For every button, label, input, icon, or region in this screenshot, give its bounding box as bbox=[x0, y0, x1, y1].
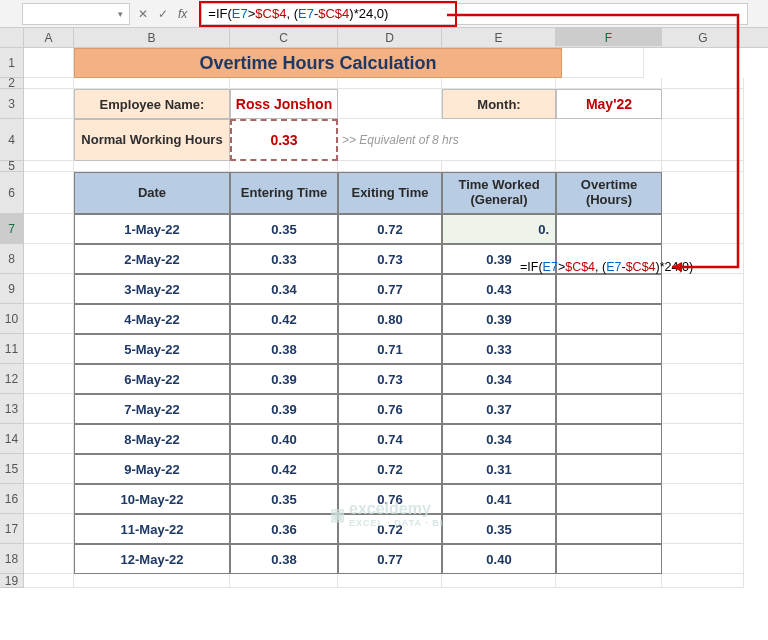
cell-exit[interactable]: 0.77 bbox=[338, 274, 442, 304]
cell-overtime[interactable] bbox=[556, 454, 662, 484]
row-header[interactable]: 2 bbox=[0, 78, 24, 89]
row-header[interactable]: 18 bbox=[0, 544, 24, 574]
cell-overtime[interactable] bbox=[556, 214, 662, 244]
row-header[interactable]: 6 bbox=[0, 172, 24, 214]
col-header-a[interactable]: A bbox=[24, 28, 74, 47]
cell[interactable] bbox=[24, 304, 74, 334]
cell[interactable] bbox=[24, 214, 74, 244]
cell-date[interactable]: 2-May-22 bbox=[74, 244, 230, 274]
formula-bar[interactable]: =IF(E7>$C$4, (E7-$C$4)*24,0) bbox=[201, 3, 748, 25]
row-header[interactable]: 17 bbox=[0, 514, 24, 544]
row-header[interactable]: 9 bbox=[0, 274, 24, 304]
cell-worked[interactable]: 0.33 bbox=[442, 334, 556, 364]
cell[interactable] bbox=[662, 274, 744, 304]
cell[interactable] bbox=[662, 394, 744, 424]
cell[interactable] bbox=[24, 364, 74, 394]
cell-date[interactable]: 12-May-22 bbox=[74, 544, 230, 574]
cell-exit[interactable]: 0.72 bbox=[338, 454, 442, 484]
cell[interactable] bbox=[24, 78, 74, 89]
cell[interactable] bbox=[24, 161, 74, 172]
cell-exit[interactable]: 0.76 bbox=[338, 394, 442, 424]
cell-date[interactable]: 11-May-22 bbox=[74, 514, 230, 544]
normal-hours-value[interactable]: 0.33 bbox=[230, 119, 338, 161]
cell-enter[interactable]: 0.42 bbox=[230, 454, 338, 484]
cell[interactable] bbox=[662, 304, 744, 334]
col-header-f[interactable]: F bbox=[556, 28, 662, 47]
cell[interactable] bbox=[24, 89, 74, 119]
cell-overtime[interactable] bbox=[556, 304, 662, 334]
row-header[interactable]: 13 bbox=[0, 394, 24, 424]
cell[interactable] bbox=[230, 78, 338, 89]
cell[interactable] bbox=[556, 78, 662, 89]
cell-exit[interactable]: 0.71 bbox=[338, 334, 442, 364]
cell[interactable] bbox=[24, 514, 74, 544]
page-title[interactable]: Overtime Hours Calculation bbox=[74, 48, 562, 78]
col-header-e[interactable]: E bbox=[442, 28, 556, 47]
cell[interactable] bbox=[662, 364, 744, 394]
cell-enter[interactable]: 0.38 bbox=[230, 334, 338, 364]
cell-enter[interactable]: 0.38 bbox=[230, 544, 338, 574]
cell[interactable] bbox=[338, 161, 442, 172]
row-header[interactable]: 15 bbox=[0, 454, 24, 484]
cell[interactable] bbox=[662, 78, 744, 89]
month-label[interactable]: Month: bbox=[442, 89, 556, 119]
cell-worked[interactable]: 0.31 bbox=[442, 454, 556, 484]
cell[interactable] bbox=[556, 574, 662, 588]
cell[interactable] bbox=[24, 424, 74, 454]
cell-exit[interactable]: 0.80 bbox=[338, 304, 442, 334]
cell[interactable] bbox=[662, 574, 744, 588]
cell-date[interactable]: 3-May-22 bbox=[74, 274, 230, 304]
row-header[interactable]: 5 bbox=[0, 161, 24, 172]
cell[interactable] bbox=[662, 161, 744, 172]
cell-date[interactable]: 7-May-22 bbox=[74, 394, 230, 424]
cell[interactable] bbox=[24, 334, 74, 364]
row-header[interactable]: 11 bbox=[0, 334, 24, 364]
cell-overtime[interactable] bbox=[556, 514, 662, 544]
cell-worked[interactable]: 0.40 bbox=[442, 544, 556, 574]
cell[interactable] bbox=[662, 454, 744, 484]
cell[interactable] bbox=[230, 161, 338, 172]
cell[interactable] bbox=[662, 544, 744, 574]
cell-overtime[interactable] bbox=[556, 484, 662, 514]
cell-enter[interactable]: 0.39 bbox=[230, 394, 338, 424]
cell[interactable] bbox=[24, 172, 74, 214]
employee-value[interactable]: Ross Jonshon bbox=[230, 89, 338, 119]
cell-exit[interactable]: 0.76 bbox=[338, 484, 442, 514]
chevron-down-icon[interactable]: ▾ bbox=[118, 9, 123, 19]
cell[interactable] bbox=[442, 574, 556, 588]
cell-exit[interactable]: 0.72 bbox=[338, 514, 442, 544]
normal-hours-label[interactable]: Normal Working Hours bbox=[74, 119, 230, 161]
cell-worked[interactable]: 0.37 bbox=[442, 394, 556, 424]
cell[interactable] bbox=[24, 48, 74, 78]
row-header[interactable]: 4 bbox=[0, 119, 24, 161]
cell-enter[interactable]: 0.34 bbox=[230, 274, 338, 304]
cell-date[interactable]: 6-May-22 bbox=[74, 364, 230, 394]
th-exit[interactable]: Exiting Time bbox=[338, 172, 442, 214]
row-header[interactable]: 3 bbox=[0, 89, 24, 119]
cell-date[interactable]: 10-May-22 bbox=[74, 484, 230, 514]
cell-worked[interactable]: 0.43 bbox=[442, 274, 556, 304]
cell[interactable] bbox=[24, 244, 74, 274]
cell[interactable] bbox=[24, 454, 74, 484]
cell-date[interactable]: 4-May-22 bbox=[74, 304, 230, 334]
select-all-corner[interactable] bbox=[0, 28, 24, 47]
cell[interactable] bbox=[24, 544, 74, 574]
cell[interactable] bbox=[338, 574, 442, 588]
cell-enter[interactable]: 0.39 bbox=[230, 364, 338, 394]
cell-worked[interactable]: 0.41 bbox=[442, 484, 556, 514]
cell-date[interactable]: 8-May-22 bbox=[74, 424, 230, 454]
cancel-icon[interactable]: ✕ bbox=[138, 7, 148, 21]
cell-worked[interactable]: 0.39 bbox=[442, 304, 556, 334]
cell-enter[interactable]: 0.35 bbox=[230, 214, 338, 244]
fx-icon[interactable]: fx bbox=[178, 7, 187, 21]
col-header-g[interactable]: G bbox=[662, 28, 744, 47]
cell[interactable] bbox=[556, 161, 662, 172]
cell-enter[interactable]: 0.36 bbox=[230, 514, 338, 544]
cell[interactable] bbox=[442, 161, 556, 172]
cell-enter[interactable]: 0.33 bbox=[230, 244, 338, 274]
row-header[interactable]: 8 bbox=[0, 244, 24, 274]
cell-exit[interactable]: 0.73 bbox=[338, 244, 442, 274]
row-header[interactable]: 7 bbox=[0, 214, 24, 244]
col-header-b[interactable]: B bbox=[74, 28, 230, 47]
cell-overtime[interactable] bbox=[556, 394, 662, 424]
